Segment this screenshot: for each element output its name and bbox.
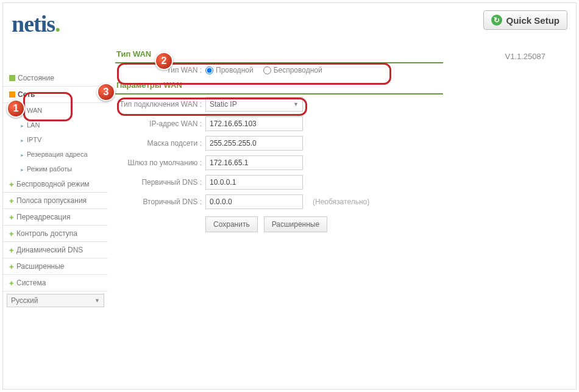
- language-select[interactable]: Русский ▼: [7, 294, 104, 307]
- dns2-input[interactable]: [205, 194, 303, 209]
- sidebar-item-system[interactable]: Система: [3, 275, 108, 291]
- gateway-label: Шлюз по умолчанию :: [115, 159, 205, 167]
- plus-icon: [9, 262, 14, 271]
- sidebar-item-access[interactable]: Контроль доступа: [3, 226, 108, 242]
- radio-wireless[interactable]: Беспроводной: [263, 66, 322, 74]
- refresh-icon: ↻: [491, 15, 502, 26]
- sidebar-item-status[interactable]: Состояние: [3, 70, 108, 87]
- ip-input[interactable]: [205, 116, 303, 131]
- save-button[interactable]: Сохранить: [205, 216, 258, 232]
- sidebar-item-mode[interactable]: Режим работы: [3, 162, 108, 176]
- plus-icon: [9, 229, 14, 238]
- mask-input[interactable]: [205, 136, 303, 151]
- arrow-icon: [20, 136, 24, 143]
- annotation-marker-2: 2: [155, 52, 173, 70]
- quick-setup-button[interactable]: ↻ Quick Setup: [483, 10, 567, 30]
- quick-setup-label: Quick Setup: [506, 15, 559, 26]
- ip-label: IP-адрес WAN :: [115, 119, 205, 128]
- radio-wired[interactable]: Проводной: [205, 66, 254, 74]
- dns1-label: Первичный DNS :: [115, 178, 205, 187]
- sidebar-item-lan[interactable]: LAN: [3, 118, 108, 132]
- chevron-down-icon: ▼: [293, 101, 299, 107]
- sidebar-item-wireless[interactable]: Беспроводной режим: [3, 176, 108, 193]
- conn-type-label: Тип подключения WAN :: [115, 100, 205, 109]
- conn-type-select[interactable]: Static IP ▼: [205, 97, 303, 112]
- gateway-input[interactable]: [205, 155, 303, 170]
- bullet-icon: [9, 75, 15, 81]
- version-label: V1.1.25087: [505, 52, 545, 61]
- plus-icon: [9, 279, 14, 287]
- sidebar-item-reservation[interactable]: Резервация адреса: [3, 147, 108, 162]
- logo: netis.: [12, 10, 60, 37]
- conn-type-value: Static IP: [210, 100, 237, 109]
- plus-icon: [9, 246, 14, 254]
- advanced-button[interactable]: Расширенные: [264, 216, 328, 232]
- dns1-input[interactable]: [205, 175, 303, 190]
- bullet-icon: [9, 91, 15, 98]
- plus-icon: [9, 180, 14, 188]
- plus-icon: [9, 213, 14, 221]
- content-area: Тип WAN Тип WAN : Проводной Беспроводной…: [108, 41, 455, 310]
- language-value: Русский: [11, 296, 38, 305]
- sidebar-item-iptv[interactable]: IPTV: [3, 132, 108, 147]
- sidebar-item-forwarding[interactable]: Переадресация: [3, 209, 108, 226]
- dns2-label: Вторичный DNS :: [115, 198, 205, 206]
- annotation-marker-1: 1: [7, 99, 25, 118]
- arrow-icon: [20, 165, 24, 173]
- chevron-down-icon: ▼: [94, 298, 100, 304]
- arrow-icon: [20, 151, 24, 158]
- plus-icon: [9, 196, 14, 205]
- sidebar-item-bandwidth[interactable]: Полоса пропускания: [3, 193, 108, 209]
- annotation-marker-3: 3: [97, 83, 115, 101]
- radio-wireless-input[interactable]: [263, 66, 271, 74]
- sidebar-item-advanced[interactable]: Расширенные: [3, 258, 108, 275]
- radio-wired-input[interactable]: [205, 66, 213, 74]
- section-wan-params-title: Параметры WAN: [115, 77, 443, 94]
- arrow-icon: [20, 121, 24, 129]
- optional-label: (Необязательно): [313, 198, 369, 206]
- mask-label: Маска подсети :: [115, 139, 205, 148]
- sidebar-item-ddns[interactable]: Динамический DNS: [3, 242, 108, 258]
